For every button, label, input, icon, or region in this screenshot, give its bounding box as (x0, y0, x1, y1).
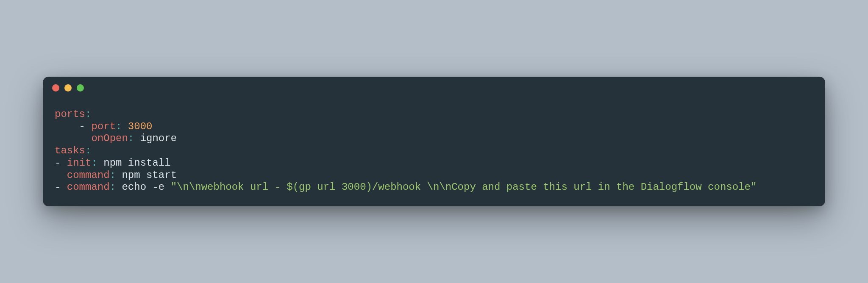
yaml-colon: : (85, 108, 91, 120)
yaml-number: 3000 (128, 121, 153, 132)
yaml-command: echo -e (122, 181, 170, 193)
yaml-colon: : (110, 169, 122, 181)
yaml-value: npm install (103, 157, 170, 169)
yaml-value: npm start (122, 169, 177, 181)
yaml-key: command (67, 169, 110, 181)
yaml-key: ports (55, 108, 85, 120)
minimize-icon[interactable] (64, 84, 72, 92)
close-icon[interactable] (52, 84, 59, 92)
terminal-window: ports: - port: 3000 onOpen: ignore tasks… (43, 77, 825, 207)
yaml-colon: : (91, 157, 103, 169)
yaml-colon: : (128, 133, 140, 144)
yaml-colon: : (85, 145, 91, 156)
yaml-key: port (91, 121, 116, 132)
yaml-colon: : (110, 181, 122, 193)
yaml-indent (55, 169, 67, 181)
yaml-dash: - (55, 157, 67, 169)
yaml-dash: - (55, 181, 67, 193)
yaml-indent (55, 133, 91, 144)
maximize-icon[interactable] (77, 84, 84, 92)
yaml-colon: : (116, 121, 128, 132)
yaml-key: tasks (55, 145, 85, 156)
yaml-key: onOpen (91, 133, 128, 144)
yaml-dash: - (55, 121, 91, 132)
yaml-string: "\n\nwebhook url - $(gp url 3000)/webhoo… (171, 181, 757, 193)
window-titlebar (43, 77, 825, 92)
code-block: ports: - port: 3000 onOpen: ignore tasks… (43, 92, 825, 194)
yaml-value: ignore (140, 133, 177, 144)
yaml-key: init (67, 157, 92, 169)
yaml-key: command (67, 181, 110, 193)
